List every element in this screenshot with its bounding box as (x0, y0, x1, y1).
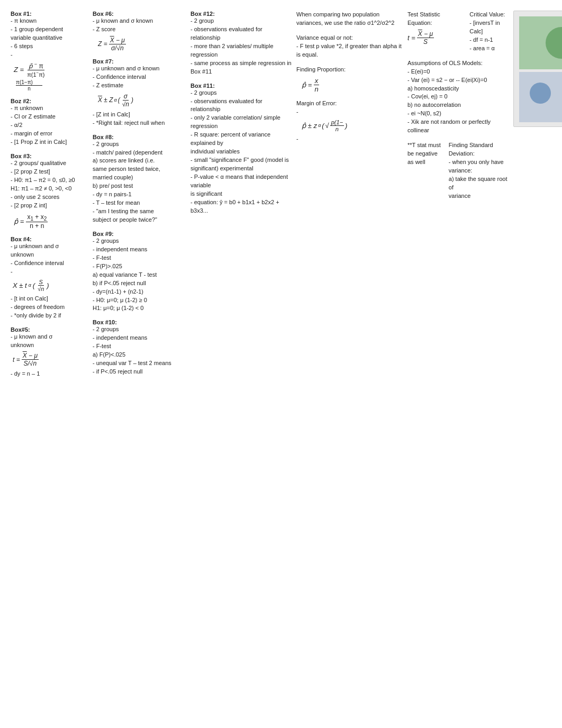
t-formula: t = X − μ S (407, 30, 459, 46)
box7-ci-formula: X ± Z α ( σ √n ) (98, 93, 186, 108)
test-stat-equation: Test Statistic Equation: t = X − μ S (407, 11, 459, 48)
box12-line1: - 2 group (191, 17, 292, 25)
box3-line1: - 2 groups/ qualitative (11, 159, 88, 168)
box6-z-formula: Z = X − μ σ/√n (98, 37, 186, 52)
box-6: Box #6: - μ known and σ known - Z score … (93, 11, 186, 52)
cv-line1: - [inversT in Calc] (469, 19, 509, 36)
box9-title: Box #9: (93, 231, 114, 237)
box6-line1: - μ known and σ known (93, 17, 186, 25)
box4-ci-formula: X ± t α ( S √n ) (13, 279, 88, 292)
z-numerator: p̄ − π (28, 61, 44, 70)
box8-line5: married couple) (93, 174, 186, 182)
box1-line3: variable quantitative (11, 34, 88, 42)
phat-denominator: n + n (29, 222, 45, 230)
box11-line1: - 2 groups (191, 89, 292, 97)
box9-line5: a) equal variance T - test (93, 271, 186, 279)
box1-formula: Z = p̄ − π π(1−π) (14, 61, 88, 78)
box10-line2: - independent means (93, 334, 186, 342)
test-stat-label: Test Statistic Equation: (407, 11, 459, 28)
box7-line2: - Confidence interval (93, 73, 186, 81)
box8-line3: a) scores are linked (i.e. (93, 157, 186, 165)
box3-line6: - [2 prop Z int] (11, 202, 88, 210)
assump-line4: - Cov(ei, ej) = 0 (407, 93, 509, 101)
box8-line10: subject or people twice?" (93, 216, 186, 224)
box1-fraction2: π(1−π) n (16, 79, 88, 92)
box4-line3: - Confidence interval (11, 259, 88, 268)
box-11: Box #11: - 2 groups - observations evalu… (191, 83, 292, 215)
box4-note3: - *only divide by 2 if (11, 312, 88, 320)
bottom-notes: **T stat must be negative as well Findin… (407, 141, 509, 201)
box8-line4: same person tested twice, (93, 165, 186, 174)
comparing-variances: When comparing two population variances,… (296, 11, 403, 28)
assump-line5: b) no autocorrelation (407, 101, 509, 110)
z-denominator: π(1−π) (26, 70, 46, 78)
box10-line1: - 2 groups (93, 325, 186, 334)
column-2: Box #6: - μ known and σ known - Z score … (93, 11, 191, 385)
box10-title: Box #10: (93, 319, 117, 325)
critical-value-box: Critical Value: - [inversT in Calc] - df… (469, 11, 509, 53)
box1-line1: - π known (11, 17, 88, 25)
comparing-text: When comparing two population variances,… (296, 11, 403, 28)
box10-line6: - if P<.05 reject null (93, 368, 186, 376)
z-fraction: p̄ − π π(1−π) (26, 61, 46, 78)
box-12: Box #12: - 2 group - observations evalua… (191, 11, 292, 76)
assump-line3: a) homoscedasticity (407, 85, 509, 93)
box9-line1: - 2 groups (93, 237, 186, 245)
box11-line9: is significant (191, 190, 292, 198)
finding-sd-line1: - when you only have variance: (449, 158, 509, 175)
box10-line5: - unequal var T – test 2 means (93, 359, 186, 368)
box11-title: Box #11: (191, 83, 215, 89)
column-3: Box #12: - 2 group - observations evalua… (191, 11, 296, 385)
margin-of-error-label: Margin of Error: (296, 99, 403, 108)
box4-line4: - (11, 268, 88, 276)
f-test-note: - F test p value *2, if greater than alp… (296, 42, 403, 59)
box8-line7: - dy = n pairs-1 (93, 190, 186, 199)
assumptions-label: Assumptions of OLS Models: (407, 59, 509, 68)
box2-line5: - [1 Prop Z int in Calc] (11, 138, 88, 147)
box12-line2: - observations evaluated for relationshi… (191, 25, 292, 42)
box3-line3: - H0: π1 – π2 = 0, ≤0, ≥0 (11, 176, 88, 185)
box3-formula: p̂ = x1 + x2 n + n (14, 213, 88, 230)
box-8: Box #8: - 2 groups - match/ paired (depe… (93, 134, 186, 224)
box8-line8: - T – test for mean (93, 199, 186, 207)
assump-line6: - ei ~N(0, s2) (407, 110, 509, 118)
test-statistic-box: Test Statistic Equation: t = X − μ S (407, 11, 509, 53)
finding-proportion-label: Finding Proportion: (296, 66, 403, 74)
critical-value-label: Critical Value: (469, 11, 509, 19)
assump-line2: - Var (ei) = s2 − or -- E(ei|Xi)=0 (407, 76, 509, 85)
box7-title: Box #7: (93, 58, 114, 65)
box8-line1: - 2 groups (93, 140, 186, 149)
box9-line7: - dy=(n1-1) + (n2-1) (93, 288, 186, 296)
box-9: Box #9: - 2 groups - independent means -… (93, 231, 186, 313)
box11-line5: individual variables (191, 148, 292, 156)
box9-line2: - independent means (93, 245, 186, 254)
column-5: Test Statistic Equation: t = X − μ S (407, 11, 513, 385)
box5-title: Box#5: (11, 326, 30, 333)
page-container: Box #1: - π known - 1 group dependent va… (11, 11, 551, 385)
box2-title: Boz #2: (11, 98, 31, 104)
box6-title: Box #6: (93, 11, 114, 17)
variance-note: Variance equal or not: (296, 34, 403, 42)
margin-of-error-dash: - (296, 108, 403, 116)
box7-line1: - μ unknown and σ known (93, 65, 186, 73)
box-5: Box#5: - μ known and σ unknown t = X − μ… (11, 326, 88, 379)
t-stat-note: **T stat must be negative as well (407, 141, 443, 201)
box9-line4: - F(P)>.025 (93, 262, 186, 271)
finding-proportion-formula: p̂ = x n (302, 77, 403, 93)
box4-note2: - degrees of freedom (11, 303, 88, 312)
test-stat-header: Test Statistic Equation: t = X − μ S (407, 11, 509, 53)
box-3: Box #3: - 2 groups/ qualitative - [2 pro… (11, 153, 88, 230)
box1-line2: - 1 group dependent (11, 25, 88, 34)
box5-line1: - μ known and σ (11, 333, 88, 341)
box3-title: Box #3: (11, 153, 32, 159)
finding-sd-label: Finding Standard Deviation: (449, 141, 509, 158)
box-7: Box #7: - μ unknown and σ known - Confid… (93, 58, 186, 128)
box9-line6: b) if P<.05 reject null (93, 279, 186, 288)
margin-formula: p̂ ± z α ( √ p(1− n ) (302, 119, 403, 132)
box7-line3: - Z estimate (93, 81, 186, 90)
box2-line3: - α/2 (11, 121, 88, 130)
box10-line4: a) F(P)<.025 (93, 351, 186, 359)
box3-line4: H1: π1 – π2 ≠ 0, >0, <0 (11, 185, 88, 193)
box9-line3: - F-test (93, 254, 186, 262)
finding-sd-line2: a) take the square root of (449, 175, 509, 192)
